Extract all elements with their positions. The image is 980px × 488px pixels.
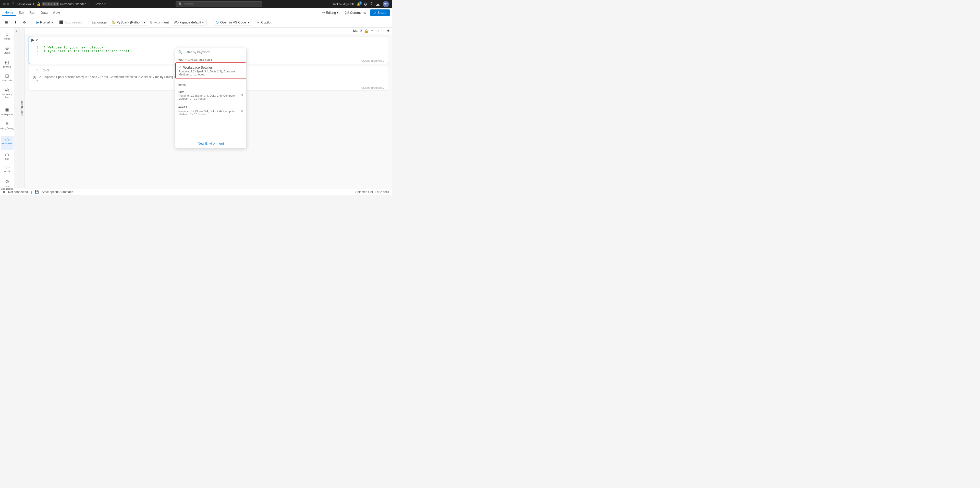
notification-icon[interactable]: 🔔 5 bbox=[357, 2, 361, 6]
comments-button[interactable]: 💬 Comments bbox=[343, 10, 368, 16]
line-num-1: 1 bbox=[33, 46, 38, 49]
output-status-icon: ✓ bbox=[39, 75, 41, 79]
status-bar: Not connected | 💾 Save option: Automatic… bbox=[0, 188, 392, 195]
add-cell-button[interactable]: ⊞ bbox=[3, 19, 10, 25]
cell-1-run-button[interactable]: ▶ bbox=[32, 38, 35, 42]
title-right-area: Trial: 57 days left 🔔 5 ⚙ ? ☁ SY bbox=[332, 1, 389, 7]
settings-button[interactable]: ⚙ bbox=[21, 19, 28, 25]
more-icon[interactable]: ⋯ bbox=[381, 29, 384, 33]
notebook-header-toolbar: ML ⧉ 🔒 ✦ ⊟ ⋯ 🗑 bbox=[24, 27, 392, 34]
editing-button[interactable]: ✏ Editing ▾ bbox=[320, 10, 341, 16]
workspace-section-label: Workspace default bbox=[175, 56, 246, 62]
workspace-settings-name: ✓ Workspace Settings bbox=[179, 65, 243, 69]
main-layout: ⌂ Home ⊕ Create ◱ Browse ⊞ Data hub ◎ Mo… bbox=[0, 27, 392, 188]
sep1 bbox=[31, 20, 32, 25]
menu-item-view[interactable]: View bbox=[50, 10, 62, 16]
notebook1-icon: </> bbox=[4, 138, 10, 142]
data-engineering-icon: ⚙ bbox=[5, 179, 9, 185]
dropdown-item-env[interactable]: env Runtime: 1.2 (Spark 3.4, Delta 2.4);… bbox=[175, 87, 246, 103]
sidebar-item-notebook1[interactable]: </> Notebook 1 bbox=[1, 136, 14, 150]
new-environment-button[interactable]: New Environment bbox=[175, 139, 246, 148]
sidebar-item-workspaces[interactable]: ⊠ Workspaces bbox=[1, 105, 14, 118]
sidebar-item-env11[interactable]: </> env11 bbox=[1, 163, 14, 175]
stop-session-button[interactable]: ⬛ Stop session bbox=[57, 19, 85, 25]
avatar[interactable]: SY bbox=[383, 1, 389, 7]
settings-icon2: ⚙ bbox=[23, 21, 26, 24]
filter-input[interactable] bbox=[185, 50, 243, 54]
apps-icon[interactable]: ⠿ bbox=[11, 2, 14, 6]
sidebar-item-browse[interactable]: ◱ Browse bbox=[1, 57, 14, 70]
cell-1-collapse-button[interactable]: ∨ bbox=[35, 38, 38, 42]
browse-icon: ◱ bbox=[5, 59, 9, 65]
split-icon[interactable]: ⊟ bbox=[375, 29, 379, 33]
copilot-icon: ✦ bbox=[257, 21, 259, 24]
language-dropdown[interactable]: 🐍 PySpark (Python) ▾ bbox=[109, 19, 148, 25]
menu-item-data[interactable]: Data bbox=[38, 10, 50, 16]
monitoring-icon: ◎ bbox=[5, 87, 9, 93]
result-line-num: 2 bbox=[33, 79, 38, 83]
environment-dropdown[interactable]: Workspace default ▾ bbox=[171, 19, 207, 25]
copilot-button[interactable]: ✦ Copilot bbox=[254, 19, 274, 25]
lock-icon[interactable]: 🔒 bbox=[364, 29, 369, 33]
run-all-button[interactable]: ▶ Run all ▾ bbox=[35, 19, 55, 25]
dropdown-item-workspace-settings[interactable]: ✓ Workspace Settings Runtime: 1.2 (Spark… bbox=[175, 62, 246, 79]
home-icon: ⌂ bbox=[6, 32, 8, 37]
environment-dropdown-panel: 🔍 Workspace default ✓ Workspace Settings… bbox=[175, 48, 247, 148]
collapse-panel-button[interactable]: › bbox=[14, 27, 19, 188]
sidebar-item-data-hub[interactable]: ⊞ Data hub bbox=[1, 71, 14, 84]
editing-chevron-icon: ▾ bbox=[337, 11, 339, 14]
workspace-icon: 🔒 bbox=[37, 2, 41, 6]
output-label: [1] bbox=[33, 76, 36, 79]
search-input[interactable] bbox=[184, 2, 259, 6]
cell-info-text: Selected Cell 1 of 2 cells bbox=[355, 190, 389, 194]
workspace-info: 🔒 Confidential Microsoft Extended bbox=[37, 2, 86, 6]
search-box[interactable]: 🔍 bbox=[176, 1, 262, 7]
menu-right: ✏ Editing ▾ 💬 Comments ↗ Share bbox=[320, 10, 390, 16]
create-icon: ⊕ bbox=[5, 45, 9, 51]
settings-icon[interactable]: ⚙ bbox=[364, 2, 367, 6]
feedback-icon[interactable]: ☁ bbox=[375, 2, 380, 6]
help-icon[interactable]: ? bbox=[370, 2, 372, 6]
sidebar-item-shuaijun[interactable]: ☺ Shuaijun_Demo_Env bbox=[1, 119, 14, 132]
python-icon: 🐍 bbox=[111, 21, 116, 24]
dropdown-item-env11[interactable]: env11 Runtime: 1.2 (Spark 3.4, Delta 2.4… bbox=[175, 103, 246, 118]
saved-status[interactable]: Saved ▾ bbox=[95, 2, 106, 6]
vscode-chevron-icon: ▾ bbox=[248, 21, 249, 24]
download-icon: ⬇ bbox=[14, 21, 17, 24]
vscode-icon: ⬡ bbox=[216, 21, 219, 24]
copy-icon[interactable]: ⧉ bbox=[360, 29, 362, 33]
line-num-2: 2 bbox=[33, 49, 38, 53]
sidebar-item-env[interactable]: </> env bbox=[1, 151, 14, 162]
external-link-icon-env[interactable]: ⧉ bbox=[241, 93, 243, 97]
open-vs-code-button[interactable]: ⬡ Open in VS Code ▾ bbox=[213, 19, 252, 25]
menu-item-home[interactable]: Home bbox=[2, 10, 16, 16]
external-link-icon-env11[interactable]: ⧉ bbox=[241, 108, 243, 113]
workspace-badge: Confidential bbox=[42, 2, 59, 6]
env11-item-name: env11 bbox=[178, 105, 243, 109]
delete-icon[interactable]: 🗑 bbox=[387, 29, 390, 33]
sidebar-item-create[interactable]: ⊕ Create bbox=[1, 43, 14, 56]
dropdown-filter[interactable]: 🔍 bbox=[175, 48, 246, 56]
run-icon: ▶ bbox=[37, 21, 39, 24]
sidebar-item-monitoring[interactable]: ◎ Monitoring hub bbox=[1, 85, 14, 101]
lakehouses-panel: Lakehouses bbox=[19, 27, 24, 188]
menu-item-run[interactable]: Run bbox=[27, 10, 38, 16]
connection-status-dot bbox=[3, 191, 5, 193]
save-option-text: Save option: Automatic bbox=[42, 190, 73, 194]
search-icon: 🔍 bbox=[178, 2, 182, 6]
ml-label[interactable]: ML bbox=[353, 29, 358, 33]
checkmark-icon: ✓ bbox=[179, 65, 182, 69]
window-controls bbox=[3, 3, 9, 5]
language-label: Language bbox=[92, 21, 107, 24]
env-chevron-icon: ▾ bbox=[202, 21, 204, 24]
save-option-icon: 💾 bbox=[35, 190, 39, 194]
chevron-right-icon: › bbox=[16, 30, 17, 32]
items-section-label: Items bbox=[175, 81, 246, 87]
sidebar-item-home[interactable]: ⌂ Home bbox=[1, 30, 14, 42]
dot2 bbox=[6, 3, 9, 5]
menu-item-edit[interactable]: Edit bbox=[16, 10, 27, 16]
download-button[interactable]: ⬇ bbox=[12, 19, 19, 25]
sparkle-icon[interactable]: ✦ bbox=[371, 29, 374, 33]
share-button[interactable]: ↗ Share bbox=[370, 10, 390, 16]
env-item-desc: Runtime: 1.2 (Spark 3.4, Delta 2.4); Com… bbox=[178, 94, 243, 100]
